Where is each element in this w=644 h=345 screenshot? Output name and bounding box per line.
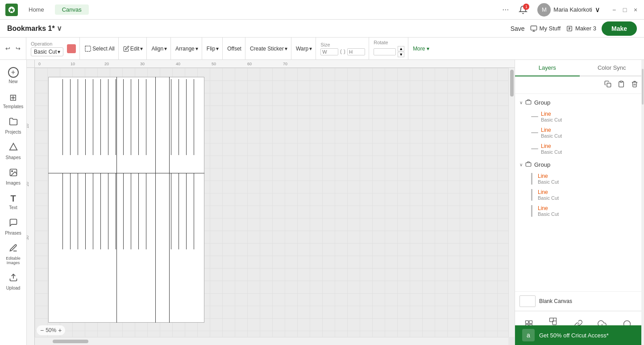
height-input[interactable] (347, 48, 365, 55)
delete-button[interactable] (630, 79, 640, 91)
sidebar-item-phrases[interactable]: Phrases (2, 215, 25, 239)
flip-button[interactable]: Flip ▾ (207, 46, 219, 52)
canvas-area[interactable]: 0 10 20 30 40 50 60 70 10 20 30 (27, 60, 515, 345)
layer-item-6-name: Line (538, 205, 559, 211)
ruler-tick-0: 0 (38, 62, 41, 66)
projects-icon (9, 117, 18, 128)
layer-item-5-name: Line (538, 189, 559, 195)
panel-scrollbar[interactable] (641, 60, 644, 345)
layer-group-1-header[interactable]: ∨ Group (515, 97, 644, 109)
sidebar-item-editable-images[interactable]: Editable Images (2, 240, 25, 269)
sidebar-item-templates[interactable]: ⊞ Templates (2, 88, 25, 113)
width-input[interactable] (320, 48, 338, 55)
user-menu[interactable]: M Maria Kalorkoti ∨ (537, 3, 600, 17)
templates-label: Templates (3, 104, 24, 109)
canvas-line-16 (194, 79, 194, 155)
minimize-button[interactable]: − (611, 7, 617, 13)
layer-group-2-header[interactable]: ∨ Group (515, 159, 644, 171)
sidebar-item-new[interactable]: + New (2, 63, 25, 88)
operation-group: Operation Basic Cut ▾ (31, 38, 80, 59)
more-options-button[interactable]: ··· (502, 5, 509, 14)
edit-button[interactable]: Edit ▾ (123, 46, 143, 52)
sidebar-item-shapes[interactable]: Shapes (2, 139, 25, 164)
promo-bar[interactable]: a Get 50% off Cricut Access* (515, 325, 644, 345)
canvas-document (48, 77, 204, 323)
layer-item-4-name: Line (538, 173, 559, 179)
maker-button[interactable]: Maker 3 (566, 25, 596, 32)
mystuff-button[interactable]: My Stuff (530, 25, 561, 32)
canvas-line-7 (108, 79, 108, 155)
right-panel: Layers Color Sync ∨ (515, 60, 644, 345)
zoom-in-button[interactable]: + (58, 327, 62, 334)
maker-label: Maker 3 (575, 25, 596, 32)
create-sticker-button[interactable]: Create Sticker ▾ (250, 46, 287, 52)
redo-button[interactable]: ↪ (14, 43, 22, 54)
operation-color[interactable] (67, 44, 76, 53)
layer-item-1[interactable]: Line Basic Cut (515, 109, 644, 125)
layer-item-6[interactable]: Line Basic Cut (515, 203, 644, 219)
canvas-vline-3 (169, 77, 170, 323)
svg-rect-7 (620, 81, 622, 82)
sidebar-item-images[interactable]: Images (2, 164, 25, 189)
warp-button[interactable]: Warp ▾ (296, 46, 312, 52)
svg-rect-10 (525, 321, 528, 324)
rotate-up-button[interactable]: ▲ (398, 46, 404, 51)
canvas-scroll-thumb-h[interactable] (53, 340, 88, 343)
shapes-icon (9, 143, 18, 154)
canvas-line-b5 (93, 173, 93, 249)
canvas-scroll-thumb-v[interactable] (510, 70, 514, 97)
copy-button[interactable] (603, 79, 613, 91)
ruler-corner (27, 60, 35, 68)
canvas-scrollbar-vertical[interactable] (508, 68, 515, 337)
select-all-button[interactable]: Select All (84, 45, 114, 52)
layer-item-6-sub: Basic Cut (538, 211, 559, 217)
sidebar-item-text[interactable]: T Text (2, 190, 25, 214)
avatar: M (537, 3, 551, 17)
layer-item-5[interactable]: Line Basic Cut (515, 187, 644, 203)
maximize-button[interactable]: □ (622, 7, 628, 13)
tab-color-sync[interactable]: Color Sync (580, 60, 644, 76)
make-button[interactable]: Make (602, 21, 637, 36)
canvas-scrollbar-horizontal[interactable] (35, 337, 508, 345)
svg-rect-6 (607, 83, 611, 87)
notifications-button[interactable]: 1 (516, 3, 530, 17)
layer-item-3[interactable]: Line Basic Cut (515, 141, 644, 157)
blank-canvas-label: Blank Canvas (539, 298, 572, 304)
panel-scrollbar-thumb[interactable] (642, 69, 644, 105)
canvas-tab[interactable]: Canvas (55, 4, 89, 15)
arrange-button[interactable]: Arrange ▾ (175, 46, 198, 52)
select-all-group: Select All (84, 38, 118, 59)
layer-item-4[interactable]: Line Basic Cut (515, 171, 644, 187)
canvas-line-b7 (108, 173, 108, 249)
document-title[interactable]: Bookmarks 1* ∨ (7, 24, 62, 33)
zoom-out-button[interactable]: − (40, 327, 44, 334)
rotate-input[interactable] (374, 48, 396, 55)
canvas-viewport[interactable] (35, 68, 508, 337)
rotate-down-button[interactable]: ▼ (398, 52, 404, 57)
text-icon: T (10, 194, 16, 204)
layer-line-5 (531, 189, 532, 201)
close-button[interactable]: × (632, 7, 639, 13)
new-label: New (8, 79, 17, 84)
group-2-label: Group (534, 161, 550, 168)
home-tab[interactable]: Home (21, 4, 51, 15)
paste-button[interactable] (616, 79, 626, 91)
layer-item-1-sub: Basic Cut (541, 117, 562, 122)
more-button[interactable]: More ▾ (413, 46, 429, 52)
sidebar-item-upload[interactable]: Upload (2, 269, 25, 294)
ruler-tick-70: 70 (283, 62, 287, 66)
sidebar-item-projects[interactable]: Projects (2, 114, 25, 138)
images-label: Images (6, 181, 21, 185)
operation-select[interactable]: Basic Cut ▾ (31, 47, 63, 56)
save-button[interactable]: Save (511, 25, 525, 32)
tab-layers[interactable]: Layers (515, 60, 580, 76)
svg-rect-2 (85, 46, 91, 51)
offset-button[interactable]: Offset (227, 46, 241, 52)
layer-item-2[interactable]: Line Basic Cut (515, 125, 644, 141)
align-button[interactable]: Align ▾ (151, 46, 167, 52)
create-sticker-group: Create Sticker ▾ (250, 38, 291, 59)
editable-images-label: Editable Images (4, 256, 23, 265)
arrange-label: Arrange (175, 46, 195, 52)
canvas-line-15 (186, 79, 187, 155)
undo-button[interactable]: ↩ (4, 43, 12, 54)
